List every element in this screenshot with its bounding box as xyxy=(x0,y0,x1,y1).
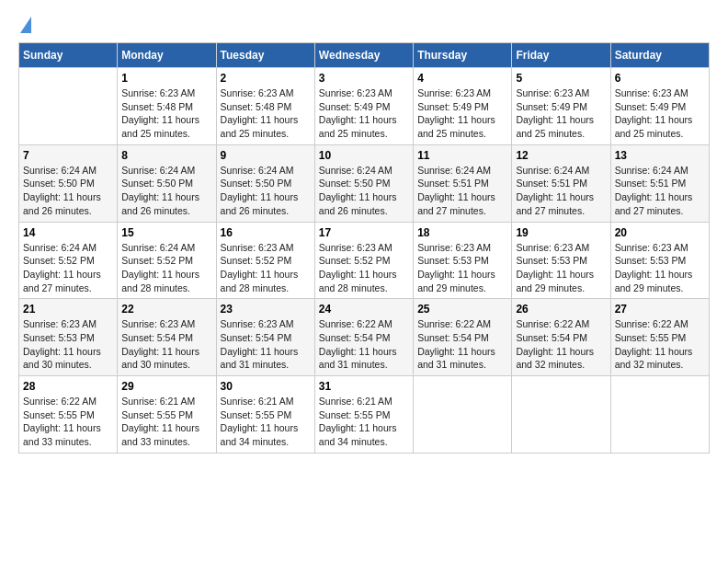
day-info: Sunrise: 6:24 AM Sunset: 5:51 PM Dayligh… xyxy=(417,164,507,218)
day-number: 28 xyxy=(23,380,113,393)
day-header-monday: Monday xyxy=(118,43,216,68)
day-info: Sunrise: 6:23 AM Sunset: 5:54 PM Dayligh… xyxy=(121,317,211,372)
calendar-header-row: SundayMondayTuesdayWednesdayThursdayFrid… xyxy=(19,43,710,68)
day-number: 5 xyxy=(516,72,606,85)
calendar-cell: 18Sunrise: 6:23 AM Sunset: 5:53 PM Dayli… xyxy=(414,222,512,299)
day-number: 24 xyxy=(319,303,409,316)
calendar-cell: 25Sunrise: 6:22 AM Sunset: 5:54 PM Dayli… xyxy=(414,299,512,376)
day-number: 3 xyxy=(319,72,409,85)
day-info: Sunrise: 6:24 AM Sunset: 5:50 PM Dayligh… xyxy=(121,164,211,218)
day-number: 2 xyxy=(221,72,311,85)
day-number: 19 xyxy=(516,226,606,239)
logo-icon xyxy=(20,17,31,33)
calendar-cell: 6Sunrise: 6:23 AM Sunset: 5:49 PM Daylig… xyxy=(610,68,709,145)
day-number: 8 xyxy=(121,149,211,162)
calendar-cell: 2Sunrise: 6:23 AM Sunset: 5:48 PM Daylig… xyxy=(216,68,314,145)
day-info: Sunrise: 6:21 AM Sunset: 5:55 PM Dayligh… xyxy=(221,395,311,449)
day-info: Sunrise: 6:22 AM Sunset: 5:55 PM Dayligh… xyxy=(23,395,113,449)
day-number: 25 xyxy=(417,303,507,316)
day-number: 11 xyxy=(417,149,507,162)
day-info: Sunrise: 6:23 AM Sunset: 5:53 PM Dayligh… xyxy=(417,241,507,295)
calendar-cell: 3Sunrise: 6:23 AM Sunset: 5:49 PM Daylig… xyxy=(314,68,413,145)
calendar-cell: 12Sunrise: 6:24 AM Sunset: 5:51 PM Dayli… xyxy=(512,144,610,222)
calendar-cell: 1Sunrise: 6:23 AM Sunset: 5:48 PM Daylig… xyxy=(118,68,216,145)
day-number: 1 xyxy=(121,72,211,85)
calendar-cell: 24Sunrise: 6:22 AM Sunset: 5:54 PM Dayli… xyxy=(314,299,413,376)
day-info: Sunrise: 6:24 AM Sunset: 5:50 PM Dayligh… xyxy=(221,164,311,218)
day-info: Sunrise: 6:24 AM Sunset: 5:50 PM Dayligh… xyxy=(319,164,409,218)
calendar-cell xyxy=(610,376,709,454)
calendar-cell: 14Sunrise: 6:24 AM Sunset: 5:52 PM Dayli… xyxy=(19,222,118,299)
day-number: 22 xyxy=(121,303,211,316)
day-number: 12 xyxy=(516,149,606,162)
day-info: Sunrise: 6:23 AM Sunset: 5:53 PM Dayligh… xyxy=(615,241,705,295)
calendar-cell: 28Sunrise: 6:22 AM Sunset: 5:55 PM Dayli… xyxy=(19,376,118,454)
day-info: Sunrise: 6:23 AM Sunset: 5:52 PM Dayligh… xyxy=(319,241,409,295)
calendar-cell: 30Sunrise: 6:21 AM Sunset: 5:55 PM Dayli… xyxy=(216,376,314,454)
day-number: 26 xyxy=(516,303,606,316)
day-number: 4 xyxy=(417,72,507,85)
calendar-cell: 19Sunrise: 6:23 AM Sunset: 5:53 PM Dayli… xyxy=(512,222,610,299)
day-info: Sunrise: 6:24 AM Sunset: 5:51 PM Dayligh… xyxy=(615,164,705,218)
calendar-cell xyxy=(512,376,610,454)
calendar-cell: 22Sunrise: 6:23 AM Sunset: 5:54 PM Dayli… xyxy=(118,299,216,376)
day-info: Sunrise: 6:23 AM Sunset: 5:49 PM Dayligh… xyxy=(319,86,409,141)
calendar-cell: 15Sunrise: 6:24 AM Sunset: 5:52 PM Dayli… xyxy=(118,222,216,299)
day-number: 6 xyxy=(615,72,705,85)
day-info: Sunrise: 6:23 AM Sunset: 5:52 PM Dayligh… xyxy=(221,241,311,295)
calendar-cell: 5Sunrise: 6:23 AM Sunset: 5:49 PM Daylig… xyxy=(512,68,610,145)
calendar-cell: 7Sunrise: 6:24 AM Sunset: 5:50 PM Daylig… xyxy=(19,144,118,222)
calendar-cell: 10Sunrise: 6:24 AM Sunset: 5:50 PM Dayli… xyxy=(314,144,413,222)
calendar-cell: 23Sunrise: 6:23 AM Sunset: 5:54 PM Dayli… xyxy=(216,299,314,376)
day-info: Sunrise: 6:23 AM Sunset: 5:49 PM Dayligh… xyxy=(516,86,606,141)
day-number: 31 xyxy=(319,380,409,393)
calendar-cell: 4Sunrise: 6:23 AM Sunset: 5:49 PM Daylig… xyxy=(414,68,512,145)
calendar-cell: 31Sunrise: 6:21 AM Sunset: 5:55 PM Dayli… xyxy=(314,376,413,454)
day-header-wednesday: Wednesday xyxy=(314,43,413,68)
calendar-week-row: 7Sunrise: 6:24 AM Sunset: 5:50 PM Daylig… xyxy=(19,144,710,222)
day-number: 16 xyxy=(221,226,311,239)
day-number: 18 xyxy=(417,226,507,239)
calendar-table: SundayMondayTuesdayWednesdayThursdayFrid… xyxy=(18,42,710,454)
day-number: 23 xyxy=(221,303,311,316)
day-info: Sunrise: 6:22 AM Sunset: 5:54 PM Dayligh… xyxy=(516,317,606,372)
day-info: Sunrise: 6:23 AM Sunset: 5:49 PM Dayligh… xyxy=(615,86,705,141)
calendar-cell: 29Sunrise: 6:21 AM Sunset: 5:55 PM Dayli… xyxy=(118,376,216,454)
day-info: Sunrise: 6:23 AM Sunset: 5:49 PM Dayligh… xyxy=(417,86,507,141)
calendar-cell: 9Sunrise: 6:24 AM Sunset: 5:50 PM Daylig… xyxy=(216,144,314,222)
calendar-week-row: 1Sunrise: 6:23 AM Sunset: 5:48 PM Daylig… xyxy=(19,68,710,145)
day-header-tuesday: Tuesday xyxy=(216,43,314,68)
calendar-cell: 26Sunrise: 6:22 AM Sunset: 5:54 PM Dayli… xyxy=(512,299,610,376)
day-info: Sunrise: 6:22 AM Sunset: 5:55 PM Dayligh… xyxy=(615,317,705,372)
day-number: 27 xyxy=(615,303,705,316)
day-number: 15 xyxy=(121,226,211,239)
day-info: Sunrise: 6:23 AM Sunset: 5:54 PM Dayligh… xyxy=(221,317,311,372)
day-number: 30 xyxy=(221,380,311,393)
day-number: 9 xyxy=(221,149,311,162)
day-header-thursday: Thursday xyxy=(414,43,512,68)
day-number: 14 xyxy=(23,226,113,239)
calendar-cell: 17Sunrise: 6:23 AM Sunset: 5:52 PM Dayli… xyxy=(314,222,413,299)
day-info: Sunrise: 6:22 AM Sunset: 5:54 PM Dayligh… xyxy=(417,317,507,372)
day-number: 29 xyxy=(121,380,211,393)
day-number: 13 xyxy=(615,149,705,162)
day-info: Sunrise: 6:23 AM Sunset: 5:53 PM Dayligh… xyxy=(23,317,113,372)
day-info: Sunrise: 6:22 AM Sunset: 5:54 PM Dayligh… xyxy=(319,317,409,372)
day-info: Sunrise: 6:24 AM Sunset: 5:52 PM Dayligh… xyxy=(23,241,113,295)
calendar-cell: 16Sunrise: 6:23 AM Sunset: 5:52 PM Dayli… xyxy=(216,222,314,299)
day-info: Sunrise: 6:21 AM Sunset: 5:55 PM Dayligh… xyxy=(319,395,409,449)
calendar-cell: 13Sunrise: 6:24 AM Sunset: 5:51 PM Dayli… xyxy=(610,144,709,222)
day-info: Sunrise: 6:23 AM Sunset: 5:53 PM Dayligh… xyxy=(516,241,606,295)
day-number: 10 xyxy=(319,149,409,162)
calendar-cell xyxy=(414,376,512,454)
day-header-saturday: Saturday xyxy=(610,43,709,68)
day-number: 20 xyxy=(615,226,705,239)
day-number: 17 xyxy=(319,226,409,239)
calendar-cell xyxy=(19,68,118,145)
calendar-week-row: 21Sunrise: 6:23 AM Sunset: 5:53 PM Dayli… xyxy=(19,299,710,376)
day-info: Sunrise: 6:24 AM Sunset: 5:50 PM Dayligh… xyxy=(23,164,113,218)
day-header-sunday: Sunday xyxy=(19,43,118,68)
day-number: 21 xyxy=(23,303,113,316)
page-header xyxy=(18,18,710,33)
calendar-cell: 21Sunrise: 6:23 AM Sunset: 5:53 PM Dayli… xyxy=(19,299,118,376)
